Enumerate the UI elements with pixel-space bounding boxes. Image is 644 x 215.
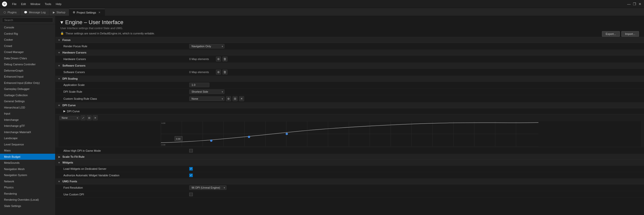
curve-copy-btn[interactable]: ⊞ xyxy=(87,115,92,120)
sidebar-item-25[interactable]: Network xyxy=(0,178,55,185)
menu-help[interactable]: Help xyxy=(54,2,64,6)
section-umg-fonts: ▾ UMG FontsFont Resolution96 DPI (Unreal… xyxy=(55,179,644,198)
sidebar-item-0[interactable]: Console xyxy=(0,24,55,31)
setting-row-use-custom-dpi: Use Custom DPI xyxy=(55,191,644,198)
section-scale-to-fit: ▶ Scale To Fit Rule xyxy=(55,154,644,160)
action-btn-0-custom-scaling-rule-class[interactable]: ⊕ xyxy=(226,96,231,101)
sidebar-item-12[interactable]: General Settings xyxy=(0,98,55,104)
map-btn-1-hardware-cursors-map[interactable]: 🗑 xyxy=(222,57,228,62)
sidebar-item-11[interactable]: Garbage Collection xyxy=(0,92,55,98)
sidebar-item-9[interactable]: Enhanced Input (Editor Only) xyxy=(0,80,55,86)
sidebar-item-29[interactable]: Slate Settings xyxy=(0,203,55,209)
dropdown-font-resolution[interactable]: 96 DPI (Unreal Engine)72 DPICustom xyxy=(189,185,226,190)
tab-project-settings-label: Project Settings xyxy=(77,11,96,14)
section-header-dpi-scaling[interactable]: ▾ DPI Scaling xyxy=(55,76,644,82)
curve-clear-btn[interactable]: ✕ xyxy=(93,115,98,120)
dpi-curve-chart[interactable]: 4.00 4.00 0.00 xyxy=(58,121,641,146)
section-header-scale-to-fit[interactable]: ▶ Scale To Fit Rule xyxy=(55,154,644,160)
dropdown-custom-scaling-rule-class[interactable]: None xyxy=(189,96,224,101)
tab-plugins[interactable]: ⬡ Plugins xyxy=(0,9,20,16)
section-label-widgets: Widgets xyxy=(62,161,73,164)
project-settings-icon: ⚙ xyxy=(73,11,75,14)
setting-value-application-scale xyxy=(189,83,641,87)
checkbox-allow-high-dpi[interactable] xyxy=(189,149,193,152)
sidebar-search-container xyxy=(0,16,55,24)
sidebar-item-23[interactable]: Navigation Mesh xyxy=(0,166,55,172)
section-header-umg-fonts[interactable]: ▾ UMG Fonts xyxy=(55,179,644,184)
dropdown-dpi-scale-rule[interactable]: Shortest SideLongest SideHorizontalVerti… xyxy=(189,89,224,94)
section-focus: ▾ FocusRender Focus RuleNavigation OnlyA… xyxy=(55,37,644,50)
tab-close-icon[interactable]: ✕ xyxy=(98,11,101,14)
import-button[interactable]: Import... xyxy=(621,31,639,37)
minimize-button[interactable]: — xyxy=(627,2,631,6)
sidebar-item-20[interactable]: Mass xyxy=(0,147,55,154)
action-btn-1-custom-scaling-rule-class[interactable]: ⊞ xyxy=(233,96,238,101)
sidebar-item-16[interactable]: Interchange glTF xyxy=(0,123,55,129)
setting-label-dpi-scale-rule: DPI Scale Rule xyxy=(63,90,189,93)
tab-startup[interactable]: ▶ Startup xyxy=(49,9,69,16)
dpi-curve-header[interactable]: ▶ DPI Curve xyxy=(55,108,644,114)
dropdown-render-focus-rule[interactable]: Navigation OnlyAlwaysNeverNon-Pointer xyxy=(189,44,224,48)
menu-edit[interactable]: Edit xyxy=(19,2,28,6)
menu-file[interactable]: File xyxy=(10,2,19,6)
sidebar-item-3[interactable]: Crowd xyxy=(0,43,55,49)
export-button[interactable]: Export... xyxy=(602,31,620,37)
sidebar-item-19[interactable]: Level Sequence xyxy=(0,141,55,148)
setting-row-allow-high-dpi: Allow High DPI in Game Mode xyxy=(55,147,644,154)
sidebar-item-5[interactable]: Data Driven CVars xyxy=(0,55,55,62)
section-header-widgets[interactable]: ▾ Widgets xyxy=(55,160,644,166)
custom-scaling-dropdown[interactable]: None xyxy=(59,116,80,120)
sidebar-item-10[interactable]: Gameplay Debugger xyxy=(0,86,55,92)
tab-message-log[interactable]: 💬 Message Log xyxy=(20,9,49,16)
section-header-focus[interactable]: ▾ Focus xyxy=(55,37,644,43)
sidebar-item-17[interactable]: Interchange MaterialX xyxy=(0,129,55,135)
sidebar-item-7[interactable]: DeformerGraph xyxy=(0,68,55,74)
chevron-icon: ▾ xyxy=(58,39,61,41)
sidebar-item-8[interactable]: Enhanced Input xyxy=(0,74,55,80)
header-actions: Export... Import... xyxy=(602,31,639,37)
map-btn-1-software-cursors-map[interactable]: 🗑 xyxy=(222,70,228,75)
number-input-application-scale[interactable] xyxy=(189,83,209,87)
sidebar-item-4[interactable]: Crowd Manager xyxy=(0,49,55,55)
sidebar-item-2[interactable]: Cooker xyxy=(0,37,55,43)
sidebar-item-24[interactable]: Navigation System xyxy=(0,172,55,178)
section-header-software-cursors[interactable]: ▾ Software Cursors xyxy=(55,63,644,69)
setting-value-custom-scaling-rule-class: None⊕⊞✕ xyxy=(189,96,641,101)
sidebar-item-13[interactable]: Hierarchical LOD xyxy=(0,104,55,111)
sidebar-item-27[interactable]: Rendering xyxy=(0,191,55,197)
tab-startup-label: Startup xyxy=(56,11,65,14)
sidebar-item-26[interactable]: Physics xyxy=(0,184,55,191)
content-area: ▾ Engine – User Interface User Interface… xyxy=(55,16,644,215)
checkbox-use-custom-dpi[interactable] xyxy=(189,193,193,196)
writable-notice: 🔒 These settings are saved in DefaultEng… xyxy=(60,32,639,35)
map-btn-0-hardware-cursors-map[interactable]: ⊕ xyxy=(216,57,221,62)
action-btn-2-custom-scaling-rule-class[interactable]: ✕ xyxy=(239,96,244,101)
tab-project-settings[interactable]: ⚙ Project Settings ✕ xyxy=(69,9,105,16)
menu-bar: File Edit Window Tools Help xyxy=(10,2,63,6)
sidebar-item-21[interactable]: Mesh Budget xyxy=(0,154,55,160)
sidebar-item-28[interactable]: Rendering Overrides (Local) xyxy=(0,197,55,203)
search-input[interactable] xyxy=(2,18,53,23)
close-button[interactable]: ✕ xyxy=(638,2,642,6)
svg-text:4.00: 4.00 xyxy=(162,122,166,124)
setting-value-authorize-automatic-widget xyxy=(189,174,641,177)
sidebar-item-1[interactable]: Control Rig xyxy=(0,31,55,37)
sidebar-item-22[interactable]: MetaSounds xyxy=(0,160,55,166)
checkbox-load-widgets-dedicated[interactable] xyxy=(189,167,193,171)
section-header-hardware-cursors[interactable]: ▾ Hardware Cursors xyxy=(55,50,644,56)
sidebar-item-15[interactable]: Interchange xyxy=(0,117,55,123)
sidebar-item-14[interactable]: Input xyxy=(0,111,55,117)
sidebar-item-18[interactable]: Landscape xyxy=(0,135,55,141)
main-layout: ConsoleControl RigCookerCrowdCrowd Manag… xyxy=(0,16,644,215)
message-log-icon: 💬 xyxy=(24,11,27,14)
content-header: ▾ Engine – User Interface User Interface… xyxy=(55,16,644,37)
map-btn-0-software-cursors-map[interactable]: ⊕ xyxy=(216,70,221,75)
curve-fit-btn[interactable]: ⤢ xyxy=(81,115,86,120)
setting-label-hardware-cursors-map: Hardware Cursors xyxy=(63,58,189,61)
checkbox-authorize-automatic-widget[interactable] xyxy=(189,174,193,177)
menu-tools[interactable]: Tools xyxy=(43,2,53,6)
menu-window[interactable]: Window xyxy=(28,2,42,6)
maximize-button[interactable]: ❐ xyxy=(632,2,636,6)
sidebar-item-6[interactable]: Debug Camera Controller xyxy=(0,61,55,68)
section-header-dpi-curve[interactable]: ▾ DPI Curve xyxy=(55,102,644,108)
